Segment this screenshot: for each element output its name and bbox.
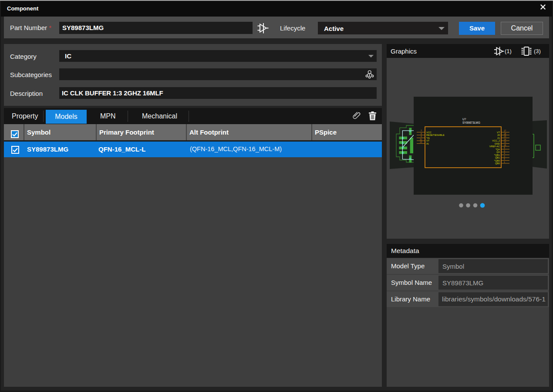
svg-text:SY89873LMG: SY89873LMG [462, 121, 480, 124]
svg-text:14: 14 [504, 139, 506, 141]
svg-text:U?: U? [462, 118, 466, 121]
svg-text:*IN: *IN [426, 137, 430, 139]
svg-text:QB0: QB0 [495, 162, 500, 165]
svg-text:VCC_2: VCC_2 [492, 139, 500, 142]
svg-text:*QA: *QA [496, 148, 500, 151]
svg-text:17: 17 [504, 130, 506, 132]
svg-text:*QB0: *QB0 [494, 159, 500, 162]
svg-text:13: 13 [420, 141, 422, 143]
svg-text:VT: VT [497, 131, 500, 134]
svg-text:QB1: QB1 [495, 156, 500, 159]
svg-text:18: 18 [504, 133, 506, 135]
svg-text:QA: QA [496, 151, 500, 153]
svg-text:GND: GND [495, 142, 500, 145]
svg-text:11: 11 [420, 139, 422, 141]
svg-text:VREF-AC: VREF-AC [489, 145, 500, 148]
svg-text:20: 20 [497, 134, 500, 136]
svg-text:RESET/ENABLE: RESET/ENABLE [426, 134, 445, 136]
svg-text:VCC: VCC [426, 131, 432, 134]
svg-text:IN: IN [426, 142, 429, 145]
svg-text:16: 16 [504, 144, 506, 146]
svg-text:13: 13 [504, 141, 506, 143]
svg-text:15: 15 [504, 135, 506, 138]
svg-text:21: 21 [497, 137, 500, 139]
svg-text:*QB1: *QB1 [494, 154, 500, 156]
svg-text:VT: VT [426, 139, 430, 142]
